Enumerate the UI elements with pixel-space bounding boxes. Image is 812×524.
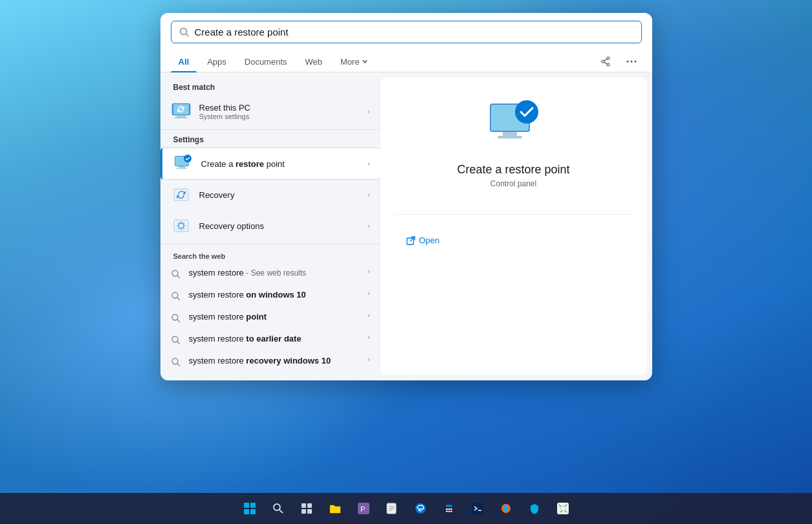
search-input-wrapper: [171, 21, 642, 43]
web-search-item-4[interactable]: system restore to earlier date ›: [160, 329, 380, 351]
reset-pc-title: Reset this PC: [199, 103, 360, 113]
svg-point-61: [172, 358, 178, 364]
tab-more[interactable]: More: [333, 52, 376, 72]
web-search-icon-1: [171, 269, 181, 279]
svg-line-60: [177, 342, 180, 344]
svg-rect-24: [450, 511, 452, 512]
web-item-5-title: system restore recovery windows 10: [189, 356, 360, 366]
svg-point-57: [172, 314, 178, 320]
result-arrow-3: ›: [368, 191, 369, 199]
web-search-icon-4: [171, 335, 181, 345]
tab-documents[interactable]: Documents: [237, 52, 295, 72]
right-panel: Create a restore point Control panel Ope…: [380, 78, 647, 375]
right-panel-subtitle: Control panel: [490, 179, 536, 188]
web-search-item-2[interactable]: system restore on windows 10 ›: [160, 285, 380, 307]
svg-point-28: [503, 506, 509, 511]
svg-point-34: [602, 60, 604, 63]
svg-point-33: [607, 57, 609, 60]
svg-rect-20: [448, 508, 450, 510]
best-match-label: Best match: [160, 80, 380, 96]
tab-apps[interactable]: Apps: [199, 52, 234, 72]
svg-line-5: [280, 510, 283, 513]
svg-line-62: [177, 364, 180, 366]
create-restore-text: Create a restore point: [201, 159, 360, 169]
recovery-item[interactable]: Recovery ›: [160, 179, 380, 210]
result-arrow-4: ›: [368, 223, 369, 230]
start-button[interactable]: [237, 496, 263, 521]
terminal-button[interactable]: [465, 496, 490, 521]
recovery-options-icon: [171, 215, 192, 236]
svg-rect-1: [250, 503, 256, 508]
svg-line-56: [177, 298, 180, 300]
svg-line-32: [186, 34, 188, 36]
web-item-4-title: system restore to earlier date: [189, 334, 360, 344]
left-panel: Best match Reset this PC System s: [160, 72, 380, 380]
svg-rect-3: [250, 509, 256, 514]
create-restore-icon: [173, 153, 193, 174]
svg-rect-47: [179, 166, 185, 168]
svg-rect-18: [446, 505, 452, 507]
svg-point-55: [172, 292, 178, 298]
result-arrow: ›: [368, 108, 369, 115]
calculator-button[interactable]: [436, 496, 462, 521]
svg-rect-23: [448, 511, 450, 512]
recovery-options-text: Recovery options: [199, 221, 360, 231]
svg-point-39: [630, 61, 632, 63]
web-search-item-3[interactable]: system restore point ›: [160, 307, 380, 329]
edge-button[interactable]: [408, 496, 433, 521]
web-item-1-text: system restore - See web results: [189, 268, 360, 278]
svg-point-31: [180, 28, 186, 34]
firefox-button[interactable]: [493, 496, 519, 521]
svg-line-36: [604, 59, 607, 61]
tabs-right-actions: [595, 51, 642, 72]
svg-rect-8: [302, 509, 306, 514]
create-restore-point-item[interactable]: Create a restore point ›: [160, 148, 380, 179]
recovery-text: Recovery: [199, 190, 360, 200]
web-search-item-1[interactable]: system restore - See web results ›: [160, 263, 380, 285]
svg-point-59: [172, 336, 178, 342]
search-overlay: All Apps Documents Web More Best match: [160, 13, 652, 380]
security-button[interactable]: [521, 496, 547, 521]
svg-point-38: [626, 61, 628, 63]
reset-pc-subtitle: System settings: [199, 113, 360, 120]
svg-point-4: [274, 504, 280, 510]
tabs-area: All Apps Documents Web More: [160, 51, 652, 72]
svg-rect-9: [307, 509, 312, 514]
search-input[interactable]: [195, 27, 633, 38]
main-content: Best match Reset this PC System s: [160, 72, 652, 380]
create-restore-title: Create a restore point: [201, 159, 360, 169]
taskview-button[interactable]: [294, 496, 320, 521]
tab-all[interactable]: All: [171, 52, 197, 72]
recovery-options-item[interactable]: Recovery options ›: [160, 210, 380, 241]
share-button[interactable]: [595, 51, 616, 72]
web-search-icon-3: [171, 313, 181, 323]
tab-web[interactable]: Web: [298, 52, 331, 72]
best-match-item[interactable]: Reset this PC System settings ›: [160, 96, 380, 127]
svg-rect-7: [307, 503, 312, 508]
svg-line-54: [177, 276, 180, 278]
result-arrow-2: ›: [368, 160, 369, 168]
file-explorer-button[interactable]: [322, 496, 348, 521]
web-item-2-text: system restore on windows 10: [189, 290, 360, 300]
svg-line-69: [410, 237, 415, 241]
svg-rect-42: [177, 115, 186, 117]
section-divider-2: [160, 244, 380, 245]
restore-point-icon: [485, 100, 543, 152]
svg-rect-19: [446, 508, 448, 510]
more-options-button[interactable]: [621, 51, 642, 72]
web-search-icon-2: [171, 291, 181, 301]
notes-button[interactable]: [379, 496, 405, 521]
web-item-2-title: system restore on windows 10: [189, 290, 360, 300]
chevron-down-icon: [362, 58, 368, 65]
settings-label: Settings: [160, 133, 380, 148]
taskbar: P: [0, 493, 812, 524]
open-button[interactable]: Open: [400, 232, 446, 249]
web-search-item-5[interactable]: system restore recovery windows 10 ›: [160, 351, 380, 373]
svg-rect-0: [244, 503, 249, 508]
svg-rect-22: [446, 511, 448, 512]
taskbar-search-button[interactable]: [265, 496, 291, 521]
snip-button[interactable]: [550, 496, 576, 521]
purple-app-button[interactable]: P: [351, 496, 377, 521]
section-divider: [160, 129, 380, 130]
reset-pc-text: Reset this PC System settings: [199, 103, 360, 120]
